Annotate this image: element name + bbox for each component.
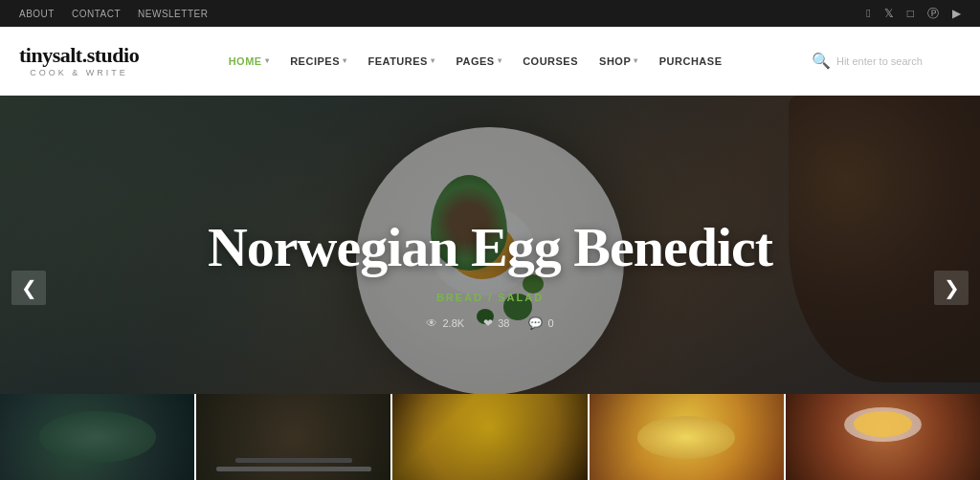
- hero-category: BREAD / SALAD: [436, 292, 544, 303]
- nav-home[interactable]: HOME ▾: [229, 55, 270, 67]
- thumbnail-strip: [0, 394, 980, 480]
- thumbnail-1[interactable]: [0, 394, 196, 480]
- chevron-down-icon: ▾: [343, 56, 347, 65]
- hero-title: Norwegian Egg Benedict: [208, 217, 772, 278]
- thumb-bg-5: [786, 394, 980, 480]
- thumbnail-2[interactable]: [196, 394, 392, 480]
- thumbnail-5[interactable]: [786, 394, 980, 480]
- comments-count: 0: [547, 317, 553, 329]
- search-bar: 🔍: [812, 52, 961, 70]
- logo[interactable]: tinysalt.studio COOK & WRITE: [19, 45, 139, 77]
- prev-slide-button[interactable]: ❮: [11, 271, 46, 305]
- search-input[interactable]: [836, 55, 961, 67]
- comment-icon: 💬: [528, 316, 543, 330]
- nav-courses[interactable]: COURSES: [523, 55, 578, 67]
- facebook-icon[interactable]: : [866, 7, 870, 21]
- logo-tagline: COOK & WRITE: [19, 69, 139, 77]
- header: tinysalt.studio COOK & WRITE HOME ▾ RECI…: [0, 27, 980, 96]
- comments-stat: 💬 0: [528, 316, 553, 330]
- instagram-icon[interactable]: □: [907, 7, 914, 21]
- nav-recipes[interactable]: RECIPES ▾: [290, 55, 346, 67]
- likes-count: 38: [498, 317, 509, 329]
- hero-stats: 👁 2.8K ❤ 38 💬 0: [426, 316, 553, 330]
- search-icon: 🔍: [812, 52, 831, 70]
- logo-name: tinysalt.studio: [19, 45, 139, 66]
- twitter-icon[interactable]: 𝕏: [884, 7, 894, 21]
- pinterest-icon[interactable]: Ⓟ: [927, 6, 939, 22]
- thumbnail-4[interactable]: [590, 394, 786, 480]
- chevron-down-icon: ▾: [265, 56, 270, 65]
- eye-icon: 👁: [426, 316, 437, 330]
- heart-icon: ❤: [483, 316, 493, 330]
- chevron-down-icon: ▾: [431, 56, 435, 65]
- top-bar: ABOUT CONTACT NEWSLETTER  𝕏 □ Ⓟ ▶: [0, 0, 980, 27]
- top-bar-links: ABOUT CONTACT NEWSLETTER: [19, 9, 208, 19]
- next-slide-button[interactable]: ❯: [934, 271, 969, 305]
- about-link[interactable]: ABOUT: [19, 9, 55, 19]
- thumb-bg-3: [392, 394, 587, 480]
- nav-purchase[interactable]: PURCHASE: [659, 55, 723, 67]
- thumbnail-3[interactable]: [392, 394, 589, 480]
- thumb-bg-1: [0, 394, 194, 480]
- main-nav: HOME ▾ RECIPES ▾ FEATURES ▾ PAGES ▾ COUR…: [229, 55, 723, 67]
- youtube-icon[interactable]: ▶: [952, 7, 961, 21]
- chevron-down-icon: ▾: [634, 56, 638, 65]
- nav-shop[interactable]: SHOP ▾: [599, 55, 638, 67]
- likes-stat: ❤ 38: [483, 316, 509, 330]
- nav-features[interactable]: FEATURES ▾: [368, 55, 434, 67]
- thumb-bg-2: [196, 394, 390, 480]
- newsletter-link[interactable]: NEWSLETTER: [138, 9, 208, 19]
- nav-pages[interactable]: PAGES ▾: [456, 55, 501, 67]
- views-stat: 👁 2.8K: [426, 316, 464, 330]
- views-count: 2.8K: [442, 317, 464, 329]
- contact-link[interactable]: CONTACT: [72, 9, 121, 19]
- chevron-down-icon: ▾: [498, 56, 502, 65]
- hero-section: Norwegian Egg Benedict BREAD / SALAD 👁 2…: [0, 96, 980, 480]
- social-links:  𝕏 □ Ⓟ ▶: [866, 6, 961, 22]
- thumb-bg-4: [590, 394, 784, 480]
